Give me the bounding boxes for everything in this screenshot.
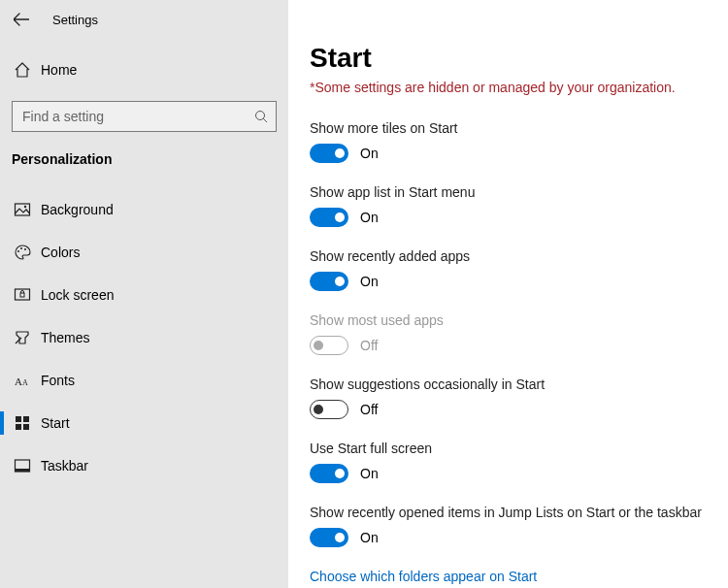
svg-rect-14	[16, 424, 21, 430]
svg-rect-2	[16, 204, 30, 215]
sidebar-item-start[interactable]: Start	[0, 402, 288, 444]
setting-more-tiles: Show more tiles on StartOn	[310, 120, 709, 163]
nav-list: Background Colors Lock screen Themes AA …	[0, 188, 288, 487]
setting-label: Show suggestions occasionally in Start	[310, 376, 709, 392]
toggle-state: On	[360, 210, 379, 225]
svg-line-1	[263, 118, 267, 122]
home-icon	[14, 61, 31, 79]
setting-recently-added: Show recently added appsOn	[310, 248, 709, 291]
svg-point-4	[17, 250, 19, 252]
taskbar-icon	[14, 457, 31, 474]
svg-point-6	[24, 248, 26, 250]
svg-rect-13	[23, 416, 29, 422]
setting-label: Show recently added apps	[310, 248, 709, 264]
setting-label: Show most used apps	[310, 312, 709, 328]
toggle-more-tiles[interactable]	[310, 144, 348, 163]
setting-label: Show app list in Start menu	[310, 184, 709, 200]
sidebar-item-lock-screen[interactable]: Lock screen	[0, 274, 288, 316]
toggle-state: Off	[360, 338, 378, 353]
svg-point-0	[256, 112, 265, 120]
svg-text:A: A	[15, 376, 22, 387]
svg-line-9	[16, 338, 21, 343]
svg-rect-12	[16, 416, 21, 422]
toggle-suggestions[interactable]	[310, 400, 348, 419]
nav-home-label: Home	[41, 62, 77, 78]
titlebar: Settings	[0, 0, 288, 39]
fonts-icon: AA	[14, 372, 31, 389]
window-title: Settings	[52, 13, 98, 27]
sidebar-item-label: Start	[41, 415, 70, 431]
svg-point-3	[24, 206, 26, 208]
start-icon	[14, 414, 31, 432]
svg-rect-15	[23, 424, 29, 430]
toggle-state: Off	[360, 402, 378, 417]
toggle-recently-added[interactable]	[310, 272, 348, 291]
toggle-full-screen[interactable]	[310, 464, 348, 483]
section-title: Personalization	[0, 142, 288, 180]
toggle-state: On	[360, 274, 379, 289]
toggle-jump-lists[interactable]	[310, 528, 348, 547]
back-icon[interactable]	[14, 12, 29, 27]
main-content: Start *Some settings are hidden or manag…	[288, 0, 728, 588]
sidebar-item-label: Background	[41, 202, 114, 217]
sidebar-item-label: Fonts	[41, 373, 75, 388]
search-input[interactable]	[12, 101, 277, 132]
svg-text:A: A	[22, 378, 28, 387]
sidebar: Settings Home Personalization Background	[0, 0, 288, 588]
toggle-state: On	[360, 466, 379, 481]
setting-most-used: Show most used appsOff	[310, 312, 709, 355]
search-icon	[254, 110, 268, 123]
picture-icon	[14, 201, 31, 218]
page-title: Start	[310, 43, 709, 74]
sidebar-item-label: Taskbar	[41, 458, 88, 474]
choose-folders-link[interactable]: Choose which folders appear on Start	[310, 569, 709, 584]
toggle-state: On	[360, 146, 379, 161]
setting-suggestions: Show suggestions occasionally in StartOf…	[310, 376, 709, 419]
toggle-app-list[interactable]	[310, 208, 348, 227]
setting-app-list: Show app list in Start menuOn	[310, 184, 709, 227]
toggle-state: On	[360, 530, 379, 545]
setting-full-screen: Use Start full screenOn	[310, 441, 709, 483]
setting-jump-lists: Show recently opened items in Jump Lists…	[310, 505, 709, 547]
setting-label: Show recently opened items in Jump Lists…	[310, 505, 709, 520]
palette-icon	[14, 244, 31, 261]
svg-point-5	[20, 247, 22, 249]
search-field[interactable]	[20, 108, 248, 125]
svg-rect-8	[20, 293, 24, 297]
themes-icon	[14, 329, 31, 346]
nav-home[interactable]: Home	[0, 50, 288, 89]
sidebar-item-background[interactable]: Background	[0, 188, 288, 231]
sidebar-item-label: Lock screen	[41, 287, 114, 303]
sidebar-item-colors[interactable]: Colors	[0, 231, 288, 274]
sidebar-item-themes[interactable]: Themes	[0, 316, 288, 359]
sidebar-item-taskbar[interactable]: Taskbar	[0, 444, 288, 487]
lock-screen-icon	[14, 286, 31, 304]
sidebar-item-fonts[interactable]: AA Fonts	[0, 359, 288, 402]
toggle-most-used	[310, 336, 348, 355]
policy-notice: *Some settings are hidden or managed by …	[310, 80, 709, 95]
sidebar-item-label: Colors	[41, 245, 80, 260]
setting-label: Use Start full screen	[310, 441, 709, 456]
svg-rect-17	[16, 469, 30, 472]
sidebar-item-label: Themes	[41, 330, 90, 345]
setting-label: Show more tiles on Start	[310, 120, 709, 136]
